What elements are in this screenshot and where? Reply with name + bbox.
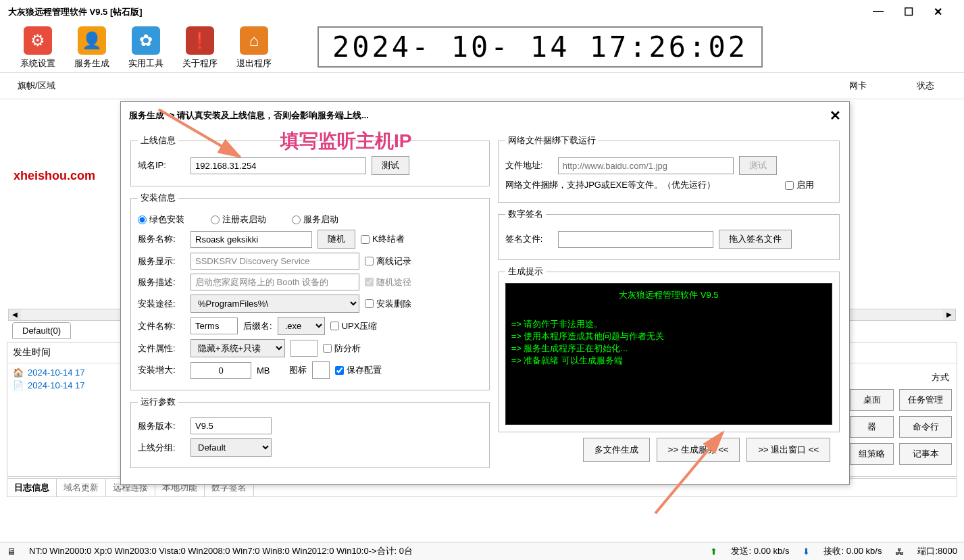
col-flag: 旗帜/区域 — [12, 77, 120, 95]
clock-display: 2024- 10- 14 17:26:02 — [318, 26, 763, 68]
svc-name-input[interactable] — [191, 231, 312, 248]
upload-icon: ⬆ — [710, 546, 717, 557]
console-line: => 使用本程序造成其他问题与作者无关 — [511, 330, 826, 342]
install-delete-check[interactable] — [365, 299, 374, 308]
radio-green[interactable] — [138, 215, 147, 224]
icon-preview[interactable] — [312, 361, 330, 379]
install-legend: 安装信息 — [138, 192, 178, 204]
radio-service[interactable] — [292, 215, 301, 224]
dialog-title: 服务生成 -> 请认真安装及上线信息，否则会影响服务端上线... — [129, 109, 369, 122]
gpedit-button[interactable]: 组策略 — [850, 443, 894, 465]
ver-input[interactable] — [191, 417, 272, 434]
app-title: 大灰狼远程管理软件 V9.5 [钻石版] — [8, 6, 143, 18]
scroll-right-icon[interactable]: ► — [943, 309, 955, 320]
upx-check[interactable] — [330, 322, 339, 330]
dialog-close-button[interactable]: ✕ — [830, 107, 841, 124]
net-bundle-group: 网络文件捆绑下载运行 文件地址: 测试 网络文件捆绑，支持JPG或EXE等文件。… — [498, 134, 840, 203]
scroll-left-icon[interactable]: ◄ — [9, 309, 21, 320]
toolbar-label: 关于程序 — [182, 57, 218, 70]
info-icon: ❗ — [186, 26, 214, 55]
offline-log-check[interactable] — [365, 257, 374, 265]
inst-path-label: 安装途径: — [138, 298, 185, 310]
sign-file-input[interactable] — [558, 231, 713, 248]
test-button[interactable]: 测试 — [372, 156, 409, 175]
dialog-titlebar: 服务生成 -> 请认真安装及上线信息，否则会影响服务端上线... ✕ — [121, 102, 849, 129]
console-title: 大灰狼远程管理软件 V9.5 — [511, 289, 826, 301]
toolbar-about[interactable]: ❗ 关于程序 — [182, 26, 218, 70]
col-nic: 网卡 — [844, 77, 911, 95]
toolbar-system-settings[interactable]: ⚙ 系统设置 — [20, 26, 55, 70]
statusbar: 🖥 NT:0 Win2000:0 Xp:0 Win2003:0 Vista:0 … — [0, 542, 964, 560]
maximize-button[interactable]: ☐ — [904, 5, 913, 18]
notepad-button[interactable]: 记事本 — [899, 443, 952, 465]
sign-file-label: 签名文件: — [505, 233, 553, 245]
toolbar-tools[interactable]: ✿ 实用工具 — [128, 26, 163, 70]
install-size-input[interactable] — [191, 362, 251, 379]
install-info-group: 安装信息 绿色安装 注册表启动 服务启动 服务名称: 随机 K终结者 服务显示:… — [130, 192, 490, 390]
url-label: 文件地址: — [505, 159, 553, 172]
random-path-check — [365, 278, 374, 286]
ext-select[interactable]: .exe — [278, 317, 325, 335]
inst-path-select[interactable]: %ProgramFiles%\ — [191, 295, 359, 313]
tab-default[interactable]: Default(0) — [12, 322, 71, 339]
install-size-label: 安装增大: — [138, 364, 185, 376]
device-button[interactable]: 器 — [850, 416, 894, 438]
runtime-legend: 运行参数 — [138, 396, 178, 408]
desktop-button[interactable]: 桌面 — [850, 389, 894, 411]
toolbar-exit[interactable]: ⌂ 退出程序 — [236, 26, 272, 70]
svc-name-label: 服务名称: — [138, 233, 185, 245]
minimize-button[interactable]: — — [873, 5, 884, 18]
group-select[interactable]: Default — [191, 438, 272, 457]
gear-icon: ⚙ — [24, 26, 52, 55]
ext-label: 后缀名: — [243, 320, 272, 332]
svc-desc-input[interactable] — [191, 274, 359, 290]
svc-disp-input[interactable] — [191, 253, 359, 270]
gen-legend: 生成提示 — [505, 265, 546, 278]
attr-extra-input[interactable] — [290, 340, 318, 357]
sign-drop-button[interactable]: 拖入签名文件 — [719, 230, 792, 249]
online-legend: 上线信息 — [138, 134, 178, 147]
tab-domain-update[interactable]: 域名更新 — [57, 479, 106, 497]
svc-desc-label: 服务描述: — [138, 276, 185, 288]
ip-input[interactable] — [191, 157, 366, 174]
file-name-input[interactable] — [191, 317, 238, 334]
generate-button[interactable]: >> 生成服务 << — [657, 438, 740, 462]
tab-log-info[interactable]: 日志信息 — [7, 479, 57, 497]
home-icon: ⌂ — [240, 26, 268, 55]
icon-label: 图标 — [289, 364, 307, 376]
console-line: => 服务生成程序正在初始化... — [511, 342, 826, 355]
taskmgr-button[interactable]: 任务管理 — [899, 389, 952, 411]
exit-button[interactable]: >> 退出窗口 << — [746, 438, 830, 462]
file-name-label: 文件名称: — [138, 320, 185, 332]
home-icon: 🏠 — [13, 367, 24, 378]
k-terminator-check[interactable] — [361, 235, 370, 244]
close-button[interactable]: ✕ — [934, 5, 942, 18]
mb-label: MB — [257, 365, 270, 376]
radio-registry[interactable] — [211, 215, 220, 224]
cmdline-button[interactable]: 命令行 — [899, 416, 952, 438]
toolbar-label: 退出程序 — [236, 57, 272, 70]
log-time: 2024-10-14 17 — [28, 380, 85, 390]
window-controls: — ☐ ✕ — [873, 5, 956, 18]
status-recv: 接收: 0.00 kb/s — [823, 545, 882, 557]
toolbar-label: 系统设置 — [20, 57, 55, 70]
file-attr-select[interactable]: 隐藏+系统+只读 — [191, 339, 285, 357]
save-config-check[interactable] — [335, 366, 344, 375]
watermark: xheishou.com — [14, 169, 95, 183]
multi-gen-button[interactable]: 多文件生成 — [583, 438, 650, 462]
side-way-label: 方式 — [850, 372, 952, 384]
svc-disp-label: 服务显示: — [138, 255, 185, 268]
sign-legend: 数字签名 — [505, 208, 546, 220]
ip-label: 域名IP: — [138, 159, 185, 172]
url-input[interactable] — [558, 157, 734, 174]
grid-header: 旗帜/区域 网卡 状态 — [0, 73, 964, 99]
col-status: 状态 — [911, 77, 952, 95]
toolbar: ⚙ 系统设置 👤 服务生成 ✿ 实用工具 ❗ 关于程序 ⌂ 退出程序 2024-… — [0, 24, 964, 73]
toolbar-label: 实用工具 — [128, 57, 163, 70]
net-hint: 网络文件捆绑，支持JPG或EXE等文件。（优先运行） — [505, 179, 715, 191]
random-button[interactable]: 随机 — [318, 230, 355, 249]
net-enable-check[interactable] — [785, 181, 794, 190]
console-output: 大灰狼远程管理软件 V9.5 => 请勿作于非法用途。 => 使用本程序造成其他… — [505, 283, 832, 425]
toolbar-service-gen[interactable]: 👤 服务生成 — [74, 26, 109, 70]
anti-analysis-check[interactable] — [323, 344, 332, 353]
